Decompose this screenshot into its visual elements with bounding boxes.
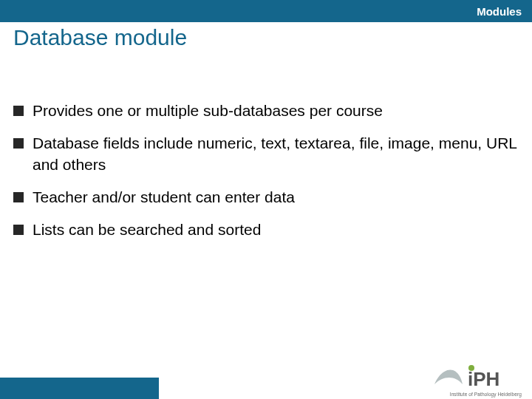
list-item: Teacher and/or student can enter data: [13, 187, 517, 208]
iph-logo-icon: iPH: [433, 358, 522, 393]
list-item-text: Lists can be searched and sorted: [33, 219, 517, 240]
top-bar: Modules: [0, 0, 532, 22]
bullet-list: Provides one or multiple sub-databases p…: [13, 100, 517, 253]
square-bullet-icon: [13, 106, 24, 116]
list-item-text: Provides one or multiple sub-databases p…: [33, 100, 517, 121]
logo-letter-i: i: [468, 368, 473, 390]
institute-logo: iPH Institute of Pathology Heidelberg: [433, 358, 522, 393]
list-item: Provides one or multiple sub-databases p…: [13, 100, 517, 121]
list-item: Database fields include numeric, text, t…: [13, 133, 517, 175]
section-label: Modules: [477, 5, 522, 18]
list-item-text: Database fields include numeric, text, t…: [33, 133, 517, 175]
slide-title: Database module: [13, 25, 187, 50]
list-item-text: Teacher and/or student can enter data: [33, 187, 517, 208]
square-bullet-icon: [13, 192, 24, 202]
svg-text:iPH: iPH: [468, 368, 499, 390]
square-bullet-icon: [13, 225, 24, 235]
list-item: Lists can be searched and sorted: [13, 219, 517, 240]
logo-caption: Institute of Pathology Heidelberg: [433, 392, 522, 397]
slide: Modules Database module Provides one or …: [0, 0, 532, 399]
square-bullet-icon: [13, 138, 24, 149]
footer-accent-block: [0, 378, 159, 399]
